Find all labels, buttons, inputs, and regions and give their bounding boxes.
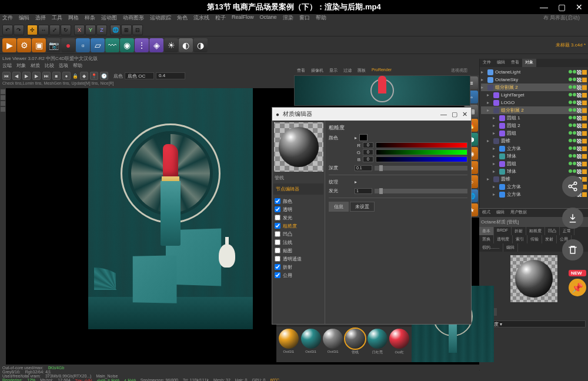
mat-attr-checkbox-6[interactable] [275, 248, 280, 253]
cube-primitive[interactable]: ▫ [76, 38, 90, 52]
mat-attr-9[interactable]: 公用 [275, 271, 322, 279]
obj-row-10[interactable]: ▸立方体 [481, 145, 587, 152]
g-slider[interactable] [376, 149, 467, 155]
attr-preview[interactable] [510, 255, 557, 302]
share-button[interactable] [562, 176, 583, 197]
obj-row-6[interactable]: ▸固组 1 [481, 114, 587, 122]
side-tool-4[interactable] [1, 107, 5, 112]
obj-tab-file[interactable]: 文件 [480, 59, 494, 67]
material-preview[interactable] [274, 122, 323, 172]
mat-attr-checkbox-9[interactable] [275, 272, 280, 278]
depth-input[interactable]: 0.1 [355, 165, 372, 171]
obj-row-5[interactable]: ▸组分割展 2 [481, 106, 587, 114]
mat-attr-checkbox-3[interactable] [275, 223, 280, 229]
submenu-options[interactable]: 选项 [59, 62, 68, 71]
obj-row-3[interactable]: ▸LightTarget [481, 91, 587, 99]
mat-attr-6[interactable]: 贴图 [275, 246, 322, 255]
mat-attr-checkbox-2[interactable] [275, 215, 280, 220]
obj-row-4[interactable]: ▸LOGO [481, 99, 587, 106]
next-frame-button[interactable]: ▶ [32, 72, 41, 80]
mat-attr-8[interactable]: 折射 [275, 263, 322, 271]
mini-tab-camera[interactable]: 摄像机 [308, 67, 326, 75]
depth-slider[interactable] [375, 166, 467, 171]
light-tool[interactable]: ☀ [164, 38, 178, 52]
mat-attr-2[interactable]: 发光 [275, 213, 322, 222]
mini-tab-filter[interactable]: 过滤 [340, 67, 355, 75]
unset-tab[interactable]: 未设置 [350, 202, 375, 212]
info-tab[interactable]: 信息 [329, 202, 349, 212]
menu-window[interactable]: 窗口 [299, 14, 310, 24]
menu-tools[interactable]: 工具 [52, 14, 62, 24]
attr-tab-13[interactable]: 编辑 [503, 243, 518, 252]
attr-userdata[interactable]: 用户数据 [507, 209, 530, 217]
download-button[interactable] [562, 208, 583, 229]
node-editor-link[interactable]: 节点编辑器 [273, 183, 323, 195]
obj-tab-object[interactable]: 对象 [522, 59, 536, 67]
mat-maximize-button[interactable]: ▢ [452, 111, 457, 118]
mat-attr-0[interactable]: 颜色 [275, 197, 322, 205]
mat-attr-7[interactable]: 透明通道 [275, 255, 322, 263]
deformer-tool[interactable]: ◈ [149, 38, 163, 52]
play-button[interactable]: ▶ [22, 72, 31, 80]
record-button[interactable]: ● [61, 38, 75, 52]
mini-tab-view[interactable]: 查看 [294, 67, 308, 75]
shelf-material-0[interactable]: OctGl1 [278, 329, 299, 355]
marker-button[interactable]: 📍 [90, 72, 98, 80]
spline-tool[interactable]: 〰 [105, 38, 119, 52]
side-tool-2[interactable] [1, 95, 5, 100]
camera-button[interactable]: 📷 [46, 38, 61, 52]
material-editor-titlebar[interactable]: ● 材质编辑器 — ▢ ✕ [272, 108, 471, 121]
axis-y-button[interactable]: Y [85, 25, 96, 35]
attr-tab-3[interactable]: 粗糙度 [526, 227, 545, 235]
attr-tab-12[interactable]: 假的........ [479, 243, 503, 252]
mat-attr-3[interactable]: 粗糙度 [275, 222, 322, 230]
emission-input[interactable]: 1 [355, 188, 372, 194]
obj-row-8[interactable]: ▸固组 [481, 129, 587, 137]
scale-tool[interactable]: ⤢ [49, 25, 60, 35]
axis-z-button[interactable]: Z [96, 25, 107, 35]
attr-tab-0[interactable]: 基本 [479, 227, 494, 235]
obj-row-13[interactable]: ▸球体 [481, 168, 587, 175]
menu-help[interactable]: 帮助 [316, 14, 326, 24]
submenu-cloud[interactable]: 云端 [2, 62, 12, 71]
submenu-help[interactable]: 帮助 [73, 62, 82, 71]
redo-button[interactable]: ↷ [14, 25, 24, 35]
mat-attr-checkbox-0[interactable] [275, 198, 280, 204]
menu-tracking[interactable]: 运动跟踪 [150, 14, 171, 24]
attr-tab-9[interactable]: 传输 [527, 235, 542, 243]
attr-tab-10[interactable]: 发射 [542, 235, 557, 243]
mat-close-button[interactable]: ✕ [462, 111, 467, 118]
shelf-material-1[interactable]: OctGl1 [300, 329, 322, 355]
key-button[interactable]: ◆ [80, 72, 88, 80]
side-tool-3[interactable] [1, 101, 5, 106]
render-region-button[interactable]: ▣ [32, 38, 46, 52]
menu-mograph[interactable]: 运动图 [101, 14, 117, 24]
submenu-compare[interactable]: 比较 [45, 62, 54, 71]
menu-render[interactable]: 渲染 [283, 14, 293, 24]
obj-row-1[interactable]: ▸OctaneSky [481, 76, 587, 83]
obj-row-9[interactable]: ▸圆锥 [481, 137, 587, 145]
mat-attr-checkbox-4[interactable] [275, 231, 280, 237]
emission-slider[interactable] [375, 189, 467, 193]
menu-select[interactable]: 选择 [35, 14, 46, 24]
exposure-dropdown[interactable]: 0.4 [156, 72, 185, 79]
color-swatch[interactable] [359, 134, 368, 141]
obj-row-7[interactable]: ▸固组 2 [481, 122, 587, 129]
mat-attr-checkbox-5[interactable] [275, 239, 280, 245]
menu-file[interactable]: 文件 [2, 14, 13, 24]
obj-tab-edit[interactable]: 编辑 [494, 59, 508, 67]
stop-button[interactable]: ■ [52, 72, 61, 80]
lock-icon[interactable]: 🔒 [72, 73, 78, 79]
clock-button[interactable]: 🕐 [100, 72, 108, 80]
side-tool-1[interactable] [1, 89, 5, 94]
menu-realflow[interactable]: RealFlow [232, 14, 254, 24]
mini-tab-prorender[interactable]: ProRender [369, 67, 395, 75]
snap-button[interactable]: ⊟ [132, 25, 143, 35]
prev-frame-button[interactable]: ◀ [12, 72, 21, 80]
menu-animation[interactable]: 动画图形 [123, 14, 144, 24]
rotate-tool[interactable]: ↻ [61, 25, 71, 35]
menu-particles[interactable]: 粒子 [215, 14, 226, 24]
menu-spline[interactable]: 样条 [85, 14, 95, 24]
close-button[interactable]: ✕ [570, 0, 588, 14]
obj-row-11[interactable]: ▸球体 [481, 152, 587, 160]
